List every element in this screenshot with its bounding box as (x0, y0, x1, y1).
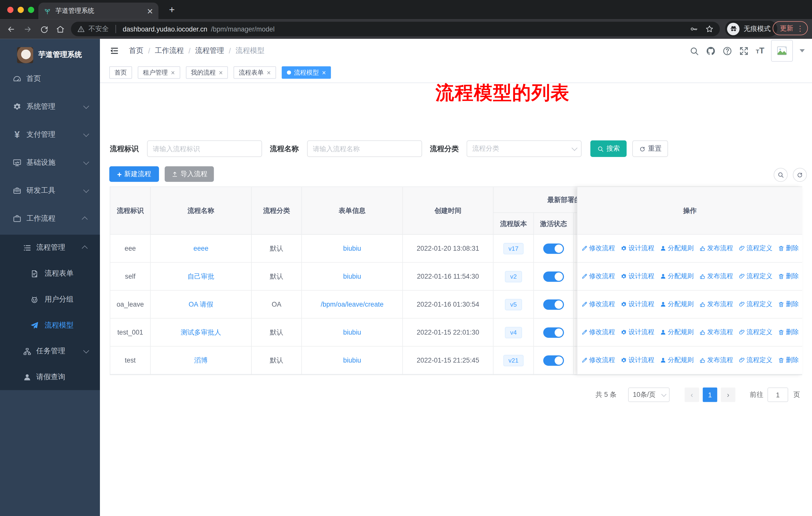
sidebar-item-tree[interactable]: 任务管理 (0, 338, 100, 364)
form-info-link[interactable]: biubiu (302, 347, 403, 375)
bookmark-star-icon[interactable] (705, 25, 714, 33)
action-link-edit[interactable]: 修改流程 (581, 328, 615, 337)
action-link-gear[interactable]: 设计流程 (620, 244, 655, 253)
import-process-button[interactable]: 导入流程 (165, 166, 214, 182)
traffic-close-button[interactable] (7, 7, 13, 13)
action-link-trash[interactable]: 删除 (778, 244, 799, 253)
address-bar[interactable]: 不安全 dashboard.yudao.iocoder.cn/bpm/manag… (71, 22, 720, 36)
action-link-clip[interactable]: 流程定义 (738, 272, 773, 281)
breadcrumb-item[interactable]: 流程管理 (195, 46, 224, 55)
sidebar-item-plane[interactable]: 流程模型 (0, 313, 100, 338)
action-link-clip[interactable]: 流程定义 (738, 300, 773, 309)
active-toggle[interactable] (543, 355, 564, 365)
browser-update-button[interactable]: 更新 ⋮ (773, 21, 808, 35)
current-page-button[interactable]: 1 (703, 387, 717, 402)
close-icon[interactable]: × (171, 69, 175, 76)
action-link-trash[interactable]: 删除 (778, 300, 799, 309)
sidebar-item-gauge[interactable]: 首页 (0, 65, 100, 93)
traffic-zoom-button[interactable] (28, 7, 34, 13)
sidebar-item-docedit[interactable]: 流程表单 (0, 261, 100, 287)
action-link-trash[interactable]: 删除 (778, 328, 799, 337)
action-link-edit[interactable]: 修改流程 (581, 300, 615, 309)
tab-tag-租户管理[interactable]: 租户管理× (138, 66, 180, 79)
action-link-publish[interactable]: 发布流程 (699, 356, 733, 365)
action-link-gear[interactable]: 设计流程 (620, 356, 655, 365)
active-toggle[interactable] (543, 327, 564, 337)
sidebar-fold-icon[interactable] (109, 46, 120, 56)
action-link-assign[interactable]: 分配规则 (660, 272, 694, 281)
form-info-link[interactable]: biubiu (302, 319, 403, 347)
menu-kebab-icon[interactable]: ⋮ (796, 25, 804, 32)
browser-tab[interactable]: 芋道管理系统 ✕ (38, 2, 158, 19)
create-process-button[interactable]: + 新建流程 (109, 166, 159, 182)
active-toggle[interactable] (543, 243, 564, 253)
tab-tag-首页[interactable]: 首页 (109, 66, 132, 79)
form-info-link[interactable]: biubiu (302, 263, 403, 291)
home-button[interactable] (53, 22, 67, 35)
breadcrumb-item[interactable]: 首页 (129, 46, 143, 55)
avatar-caret-icon[interactable] (800, 49, 805, 52)
prev-page-button[interactable]: ‹ (685, 387, 699, 402)
action-link-clip[interactable]: 流程定义 (738, 328, 773, 337)
action-link-assign[interactable]: 分配规则 (660, 244, 694, 253)
action-link-clip[interactable]: 流程定义 (738, 244, 773, 253)
sidebar-item-briefcase[interactable]: 工作流程 (0, 205, 100, 233)
forward-button[interactable] (21, 22, 34, 35)
action-link-gear[interactable]: 设计流程 (620, 300, 655, 309)
process-name-link[interactable]: 自己审批 (151, 263, 252, 291)
sidebar-item-user[interactable]: 请假查询 (0, 364, 100, 390)
action-link-gear[interactable]: 设计流程 (620, 328, 655, 337)
new-tab-button[interactable]: + (166, 3, 178, 16)
goto-page-input[interactable] (767, 387, 788, 402)
sidebar-item-monitor[interactable]: 基础设施 (0, 148, 100, 176)
sidebar-item-list[interactable]: 流程管理 (0, 235, 100, 261)
filter-key-input[interactable] (147, 140, 262, 157)
search-icon[interactable] (689, 46, 699, 56)
filter-name-input[interactable] (307, 140, 422, 157)
github-icon[interactable] (706, 46, 716, 56)
next-page-button[interactable]: › (721, 387, 735, 402)
filter-category-select[interactable]: 流程分类 (467, 140, 582, 157)
tab-tag-流程表单[interactable]: 流程表单× (234, 66, 276, 79)
breadcrumb-item[interactable]: 工作流程 (155, 46, 184, 55)
reload-button[interactable] (37, 22, 51, 35)
action-link-publish[interactable]: 发布流程 (699, 328, 733, 337)
action-link-gear[interactable]: 设计流程 (620, 272, 655, 281)
form-info-link[interactable]: /bpm/oa/leave/create (302, 291, 403, 319)
process-name-link[interactable]: 滔博 (151, 347, 252, 375)
help-icon[interactable] (723, 46, 732, 56)
active-toggle[interactable] (543, 299, 564, 309)
action-link-publish[interactable]: 发布流程 (699, 300, 733, 309)
action-link-publish[interactable]: 发布流程 (699, 244, 733, 253)
sidebar-logo-row[interactable]: 芋道管理系统 (0, 44, 100, 66)
action-link-assign[interactable]: 分配规则 (660, 300, 694, 309)
key-icon[interactable] (690, 25, 698, 33)
close-icon[interactable]: × (219, 69, 223, 76)
action-link-trash[interactable]: 删除 (778, 272, 799, 281)
show-search-button[interactable] (774, 168, 788, 182)
sidebar-item-toolbox[interactable]: 研发工具 (0, 176, 100, 205)
refresh-table-button[interactable] (793, 168, 807, 182)
search-button[interactable]: 搜索 (590, 140, 627, 157)
sidebar-item-gear[interactable]: 系统管理 (0, 93, 100, 121)
action-link-clip[interactable]: 流程定义 (738, 356, 773, 365)
close-icon[interactable]: × (322, 69, 326, 76)
tab-close-icon[interactable]: ✕ (147, 7, 153, 15)
active-toggle[interactable] (543, 271, 564, 281)
font-size-icon[interactable]: TT (756, 46, 764, 55)
tab-tag-我的流程[interactable]: 我的流程× (186, 66, 228, 79)
form-info-link[interactable]: biubiu (302, 235, 403, 263)
back-button[interactable] (4, 22, 18, 35)
action-link-edit[interactable]: 修改流程 (581, 272, 615, 281)
tab-tag-流程模型[interactable]: 流程模型× (282, 66, 331, 79)
page-size-select[interactable]: 10条/页 (628, 387, 670, 402)
traffic-minimize-button[interactable] (18, 7, 24, 13)
action-link-edit[interactable]: 修改流程 (581, 244, 615, 253)
reset-button[interactable]: 重置 (632, 140, 668, 157)
sidebar-item-robot[interactable]: 用户分组 (0, 287, 100, 313)
action-link-publish[interactable]: 发布流程 (699, 272, 733, 281)
fullscreen-icon[interactable] (739, 46, 749, 56)
process-name-link[interactable]: 测试多审批人 (151, 319, 252, 347)
process-name-link[interactable]: OA 请假 (151, 291, 252, 319)
process-name-link[interactable]: eeee (151, 235, 252, 263)
